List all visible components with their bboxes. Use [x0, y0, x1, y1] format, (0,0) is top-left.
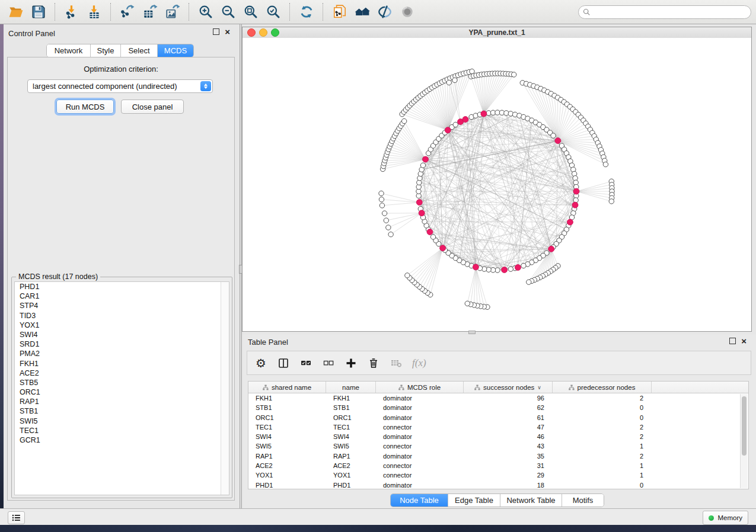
open-file-icon[interactable] [8, 4, 24, 20]
column-header-successor-nodes[interactable]: successor nodes∨ [464, 382, 553, 393]
float-table-panel-icon[interactable] [729, 338, 736, 344]
table-panel-tabs: Node TableEdge TableNetwork TableMotifs [390, 493, 604, 507]
table-row[interactable]: FKH1FKH1dominator962 [248, 393, 748, 403]
cell-MCDS-role: dominator [376, 432, 464, 441]
table-scrollbar-thumb[interactable] [742, 396, 747, 456]
select-all-icon[interactable] [299, 357, 312, 370]
column-header-predecessor-nodes[interactable]: predecessor nodes [553, 382, 652, 393]
cell-MCDS-role: dominator [376, 480, 464, 489]
share-document-icon[interactable] [331, 4, 348, 20]
memory-status-icon [709, 515, 714, 521]
mcds-result-item[interactable]: YOX1 [15, 321, 229, 330]
delete-row-icon[interactable] [367, 357, 380, 370]
mcds-result-item[interactable]: PMA2 [15, 349, 229, 358]
table-row[interactable]: PHD1PHD1dominator180 [248, 480, 748, 489]
table-row[interactable]: YOX1YOX1connector291 [248, 470, 748, 480]
search-box[interactable] [578, 5, 751, 19]
mcds-result-item[interactable]: GCR1 [15, 435, 229, 445]
mcds-result-item[interactable]: STB1 [15, 406, 229, 416]
cell-name: YOX1 [326, 470, 376, 480]
import-network-icon[interactable] [63, 4, 80, 20]
table-row[interactable]: STB1STB1dominator620 [248, 403, 748, 412]
mcds-result-item[interactable]: STP4 [15, 301, 229, 310]
tab-node-table[interactable]: Node Table [391, 494, 448, 507]
cell-predecessor-nodes: 1 [553, 461, 652, 470]
cell-predecessor-nodes: 2 [553, 422, 652, 432]
mcds-result-item[interactable]: ACE2 [15, 368, 229, 378]
memory-button[interactable]: Memory [703, 511, 748, 525]
cell-name: FKH1 [326, 393, 376, 403]
task-history-button[interactable] [8, 511, 25, 524]
tab-motifs[interactable]: Motifs [562, 494, 604, 507]
network-canvas[interactable] [243, 38, 751, 331]
node-table-body: FKH1FKH1dominator962STB1STB1dominator620… [248, 393, 748, 489]
mcds-result-item[interactable]: STB5 [15, 378, 229, 387]
optimization-criterion-label: Optimization criterion: [8, 65, 234, 73]
zoom-fit-icon[interactable] [243, 4, 259, 20]
close-panel-button[interactable]: Close panel [121, 100, 184, 114]
mcds-result-item[interactable]: RAP1 [15, 397, 229, 406]
mcds-result-item[interactable]: FKH1 [15, 359, 229, 368]
show-graphics-details-icon[interactable] [399, 4, 416, 20]
import-table-icon[interactable] [86, 4, 103, 20]
run-mcds-button[interactable]: Run MCDS [56, 100, 114, 114]
table-row[interactable]: TEC1TEC1connector472 [248, 422, 748, 432]
columns-icon[interactable] [277, 357, 290, 370]
tab-network-table[interactable]: Network Table [500, 494, 562, 507]
table-row[interactable]: SWI4SWI4dominator462 [248, 432, 748, 441]
search-input[interactable] [593, 7, 751, 18]
home-icon[interactable] [354, 4, 371, 20]
toolbar-separator [110, 3, 111, 21]
mcds-result-item[interactable]: ORC1 [15, 387, 229, 397]
horizontal-splitter-handle[interactable] [468, 331, 476, 334]
cell-MCDS-role: dominator [376, 403, 464, 412]
table-scrollbar[interactable] [740, 394, 748, 488]
tab-style[interactable]: Style [91, 44, 121, 57]
network-window-titlebar[interactable]: YPA_prune.txt_1 [243, 27, 751, 39]
table-row[interactable]: RAP1RAP1dominator352 [248, 451, 748, 461]
mcds-result-list[interactable]: PHD1CAR1STP4TID3YOX1SWI4SRD1PMA2FKH1ACE2… [14, 281, 229, 495]
float-panel-icon[interactable] [213, 28, 219, 35]
save-session-icon[interactable] [30, 4, 47, 20]
tab-edge-table[interactable]: Edge Table [448, 494, 500, 507]
mcds-result-item[interactable]: SWI4 [15, 330, 229, 339]
zoom-out-icon[interactable] [220, 4, 237, 20]
tab-network[interactable]: Network [47, 44, 91, 57]
mcds-result-item[interactable]: TID3 [15, 311, 229, 321]
toolbar-separator [289, 3, 291, 21]
table-row[interactable]: ACE2ACE2connector311 [248, 461, 748, 470]
settings-icon[interactable]: ⚙ [254, 357, 267, 370]
column-label: predecessor nodes [578, 384, 636, 391]
sort-desc-icon: ∨ [537, 384, 541, 390]
table-row[interactable]: SWI5SWI5connector431 [248, 441, 748, 451]
close-panel-icon[interactable]: × [225, 29, 230, 34]
cell-shared-name: STB1 [248, 403, 326, 412]
toolbar-separator [189, 3, 190, 21]
export-image-icon[interactable] [164, 4, 181, 20]
zoom-in-icon[interactable] [197, 4, 214, 20]
export-table-icon[interactable] [142, 4, 158, 20]
hide-graphics-details-icon[interactable] [377, 4, 393, 20]
add-row-icon[interactable] [344, 357, 358, 370]
mcds-result-item[interactable]: TEC1 [15, 426, 229, 435]
mcds-result-item[interactable]: CAR1 [15, 291, 229, 301]
close-table-panel-icon[interactable]: × [741, 338, 747, 344]
export-network-icon[interactable] [119, 4, 136, 20]
cell-shared-name: SWI4 [248, 432, 326, 441]
mapped-column-icon [569, 384, 575, 390]
column-header-MCDS-role[interactable]: MCDS role [376, 382, 464, 393]
mcds-list-scrollbar[interactable] [221, 282, 229, 495]
table-row[interactable]: ORC1ORC1dominator610 [248, 413, 748, 422]
zoom-selected-icon[interactable] [265, 4, 282, 20]
cell-predecessor-nodes: 2 [553, 393, 652, 403]
tab-select[interactable]: Select [121, 44, 158, 57]
tab-mcds[interactable]: MCDS [158, 44, 193, 57]
deselect-all-icon[interactable] [322, 357, 335, 370]
mcds-result-item[interactable]: PHD1 [15, 282, 229, 291]
mcds-result-item[interactable]: SRD1 [15, 339, 229, 349]
refresh-icon[interactable] [298, 4, 315, 20]
column-header-name[interactable]: name [326, 382, 376, 393]
optimization-criterion-select[interactable]: largest connected component (undirected) [27, 79, 213, 93]
mcds-result-item[interactable]: SWI5 [15, 416, 229, 426]
column-header-shared-name[interactable]: shared name [248, 382, 326, 393]
